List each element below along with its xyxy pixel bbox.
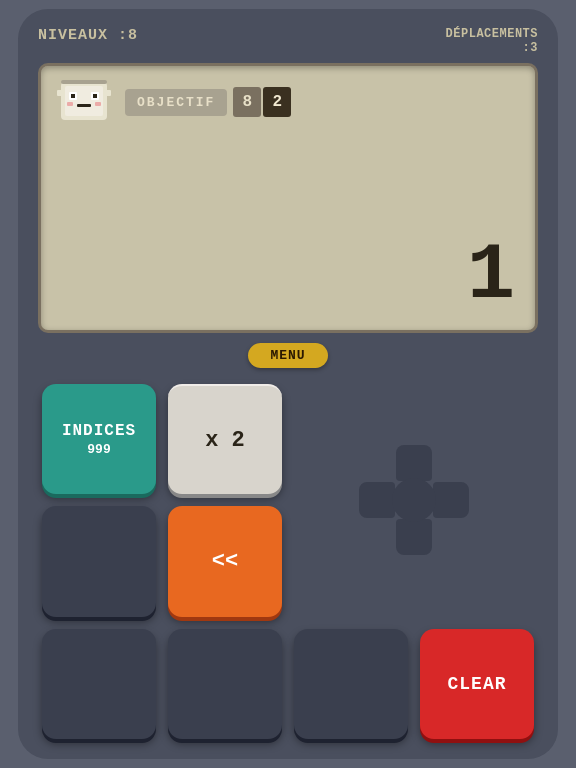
calculator: NIVEAUX :8 DÉPLACEMENTS :3 [18,9,558,759]
indices-button[interactable]: INDICES 999 [42,384,156,494]
back-button[interactable]: << [168,506,282,616]
objectif-num2: 2 [263,87,291,117]
x2-button[interactable]: x 2 [168,384,282,494]
current-number-display: 1 [467,236,515,316]
indices-count: 999 [87,442,110,457]
pixel-character [55,78,113,126]
dark-key-2[interactable] [42,629,156,739]
svg-rect-11 [61,80,107,84]
objectif-bar: OBJECTIF 8 2 [125,87,521,117]
svg-rect-1 [65,86,103,116]
niveaux-label: NIVEAUX :8 [38,27,138,44]
keypad: INDICES 999 x 2 << CLEAR [38,384,538,739]
svg-rect-6 [67,102,73,106]
dpad[interactable] [359,445,469,555]
objectif-numbers: 8 2 [233,87,291,117]
game-screen: OBJECTIF 8 2 1 [38,63,538,333]
screen-header: OBJECTIF 8 2 [55,78,521,126]
dpad-right[interactable] [433,482,469,518]
menu-button-wrap: MENU [248,343,327,368]
dpad-container [294,384,534,617]
dpad-center [392,478,436,522]
deplacements-label: DÉPLACEMENTS :3 [446,27,538,55]
dpad-down[interactable] [396,519,432,555]
top-bar: NIVEAUX :8 DÉPLACEMENTS :3 [38,27,538,55]
dpad-up[interactable] [396,445,432,481]
menu-button[interactable]: MENU [248,343,327,368]
objectif-num1: 8 [233,87,261,117]
dpad-left[interactable] [359,482,395,518]
dark-key-3[interactable] [168,629,282,739]
indices-label: INDICES [62,422,136,440]
dark-key-1[interactable] [42,506,156,616]
svg-rect-10 [105,90,111,96]
svg-rect-8 [77,104,91,107]
svg-rect-7 [95,102,101,106]
svg-rect-9 [57,90,63,96]
svg-rect-4 [71,94,75,98]
objectif-label: OBJECTIF [125,89,227,116]
svg-rect-5 [93,94,97,98]
dark-key-4[interactable] [294,629,408,739]
clear-button[interactable]: CLEAR [420,629,534,739]
